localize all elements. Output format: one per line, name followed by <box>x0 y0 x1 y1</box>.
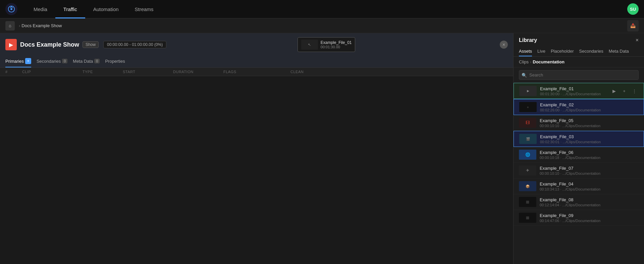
library-close-button[interactable]: × <box>636 37 639 43</box>
library-tabs: Assets Live Placeholder Secondaries Meta… <box>519 47 639 56</box>
file-thumbnail: 🎬 <box>519 134 537 144</box>
close-show-button[interactable]: × <box>500 41 508 49</box>
file-actions: ▶ + ⋮ <box>610 87 638 95</box>
file-info: Example_File_03 00:02:30:01 · .../Clips/… <box>540 134 638 144</box>
table-empty <box>0 76 513 103</box>
file-info: Example_File_09 00:14:47:06 · .../Clips/… <box>540 213 639 223</box>
breadcrumb-page: Docs Example Show <box>21 23 62 28</box>
file-list-item[interactable]: 🎞 Example_File_05 00:00:10:10 · .../Clip… <box>514 115 644 131</box>
file-name: Example_File_01 <box>540 86 607 91</box>
lib-search: 🔍 <box>514 67 644 83</box>
file-name: Example_File_03 <box>540 134 638 139</box>
file-info: Example_File_01 00:01:30:00 · .../Clips/… <box>540 86 607 96</box>
inbox-icon: 📥 <box>630 23 636 28</box>
show-icon: ▶ <box>5 39 17 50</box>
file-meta: 00:02:26:00 · .../Clips/Documentation <box>540 108 638 112</box>
file-list-item[interactable]: ■ Example_File_09 00:14:47:06 · .../Clip… <box>514 210 644 226</box>
app-logo[interactable] <box>5 3 17 15</box>
file-thumbnail: ■ <box>519 213 536 223</box>
file-name: Example_File_07 <box>540 166 639 171</box>
add-primary-button[interactable]: + <box>25 58 31 64</box>
show-timecode: 00:00:00.00 - 01:00:00.00 (0%) <box>103 41 166 48</box>
col-duration: DURATION <box>173 70 223 74</box>
file-list-item[interactable]: 🎬 Example_File_03 00:02:30:01 · .../Clip… <box>514 131 644 147</box>
col-type: TYPE <box>83 70 123 74</box>
file-name: Example_File_09 <box>540 213 639 218</box>
show-header: ▶ Docs Example Show Show 00:00:00.00 - 0… <box>0 33 513 68</box>
file-thumbnail: ■ <box>519 102 537 112</box>
breadcrumb-bar: ⌂ › Docs Example Show 📥 <box>0 18 644 33</box>
file-name: Example_File_04 <box>540 181 639 187</box>
nav-media[interactable]: Media <box>25 0 55 18</box>
lib-breadcrumb-root[interactable]: Clips <box>519 59 529 64</box>
file-list-item[interactable]: ■ Example_File_08 00:12:14:04 · .../Clip… <box>514 194 644 210</box>
cursor-icon: ↖ <box>308 43 311 47</box>
lib-search-wrapper: 🔍 <box>519 70 639 80</box>
file-list-item[interactable]: ▶ Example_File_01 00:01:30:00 · .../Clip… <box>514 83 644 99</box>
lib-breadcrumb-sep: › <box>530 59 531 64</box>
search-input[interactable] <box>519 70 639 80</box>
col-number: # <box>5 70 22 74</box>
library-header: Library × Assets Live Placeholder Second… <box>514 33 644 57</box>
lib-tab-secondaries[interactable]: Secondaries <box>579 47 603 56</box>
add-button[interactable]: + <box>620 87 628 95</box>
library-title-row: Library × <box>519 37 639 43</box>
lib-breadcrumb: Clips › Documentation <box>514 57 644 67</box>
svg-point-1 <box>10 8 12 10</box>
nav-items: Media Traffic Automation Streams <box>25 0 627 18</box>
file-meta: 00:14:47:06 · .../Clips/Documentation <box>540 219 639 223</box>
file-info: Example_File_04 00:10:34:13 · .../Clips/… <box>540 181 639 191</box>
inbox-button[interactable]: 📥 <box>627 20 639 32</box>
file-thumbnail: 🌐 <box>519 150 536 160</box>
show-title-row: ▶ Docs Example Show Show 00:00:00.00 - 0… <box>5 37 508 52</box>
file-thumbnail: ✈ <box>519 165 536 175</box>
file-meta: 00:12:14:04 · .../Clips/Documentation <box>540 203 639 207</box>
play-button[interactable]: ▶ <box>610 87 618 95</box>
lib-tab-assets[interactable]: Assets <box>519 47 532 56</box>
file-name: Example_File_05 <box>540 118 639 123</box>
file-list-item[interactable]: 📦 Example_File_04 00:10:34:13 · .../Clip… <box>514 178 644 194</box>
file-meta: 00:10:34:13 · .../Clips/Documentation <box>540 187 639 191</box>
main-content: ▶ Docs Example Show Show 00:00:00.00 - 0… <box>0 33 644 264</box>
home-button[interactable]: ⌂ <box>5 21 15 31</box>
file-info: Example_File_05 00:00:10:10 · .../Clips/… <box>540 118 639 128</box>
file-list-item[interactable]: ✈ Example_File_07 00:00:10:10 · .../Clip… <box>514 163 644 178</box>
lib-tab-live[interactable]: Live <box>537 47 545 56</box>
file-name: Example_File_06 <box>540 150 639 155</box>
file-thumbnail: ■ <box>519 197 536 207</box>
file-info: Example_File_08 00:12:14:04 · .../Clips/… <box>540 197 639 207</box>
tab-meta-data[interactable]: Meta Data 0 <box>73 56 100 67</box>
file-list-item[interactable]: ■ Example_File_02 00:02:26:00 · .../Clip… <box>514 99 644 115</box>
nav-streams[interactable]: Streams <box>127 0 162 18</box>
table-header: # CLIP TYPE START DURATION FLAGS CLEAN <box>0 68 513 76</box>
file-info: Example_File_07 00:00:10:10 · .../Clips/… <box>540 166 639 175</box>
preview-thumbnail: ↖ <box>301 40 318 50</box>
file-name: Example_File_08 <box>540 197 639 202</box>
tabs-row: Primaries + Secondaries 0 Meta Data 0 Pr… <box>5 55 508 67</box>
show-badge-button[interactable]: Show <box>83 41 99 48</box>
nav-traffic[interactable]: Traffic <box>55 0 85 18</box>
file-name: Example_File_02 <box>540 102 638 107</box>
user-avatar[interactable]: SU <box>627 3 639 15</box>
breadcrumb-separator: › <box>19 23 20 28</box>
lib-breadcrumb-current[interactable]: Documentation <box>533 59 565 64</box>
col-flags: FLAGS <box>223 70 290 74</box>
col-start: START <box>123 70 173 74</box>
file-list-item[interactable]: 🌐 Example_File_06 00:00:10:18 · .../Clip… <box>514 147 644 163</box>
more-button[interactable]: ⋮ <box>630 87 638 95</box>
file-list: ▶ Example_File_01 00:01:30:00 · .../Clip… <box>514 83 644 264</box>
lib-tab-metadata[interactable]: Meta Data <box>609 47 629 56</box>
file-thumbnail: 📦 <box>519 181 536 191</box>
show-title: Docs Example Show <box>20 41 79 48</box>
tab-secondaries[interactable]: Secondaries 0 <box>37 56 67 67</box>
col-clip: CLIP <box>22 70 83 74</box>
file-meta: 00:00:10:10 · .../Clips/Documentation <box>540 124 639 128</box>
tab-properties[interactable]: Properties <box>105 56 125 67</box>
preview-filename: Example_File_01 <box>321 40 352 45</box>
lib-tab-placeholder[interactable]: Placeholder <box>551 47 574 56</box>
nav-automation[interactable]: Automation <box>85 0 127 18</box>
file-info: Example_File_02 00:02:26:00 · .../Clips/… <box>540 102 638 112</box>
file-thumbnail: ▶ <box>519 86 537 96</box>
search-icon: 🔍 <box>522 72 527 77</box>
tab-primaries[interactable]: Primaries + <box>5 55 31 67</box>
